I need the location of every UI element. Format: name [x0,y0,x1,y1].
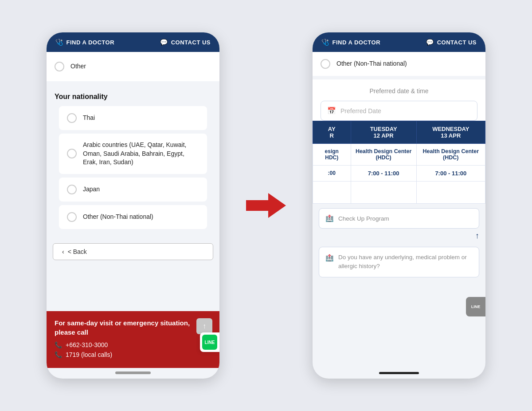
radio-other-top[interactable] [55,62,64,71]
option-arabic[interactable]: Arabic countries (UAE, Qatar, Kuwait, Om… [59,134,207,174]
schedule-table-wrapper: AY R TUESDAY 12 APR WEDNESDAY 13 APR [313,121,485,204]
radio-right-top[interactable] [321,59,330,69]
partial-time-col1: :00 [313,166,351,182]
other-option-top[interactable]: Other [55,58,211,75]
schedule-header: AY R TUESDAY 12 APR WEDNESDAY 13 APR [313,121,485,144]
checkup-label: Check Up Program [338,215,389,222]
wednesday-header[interactable]: WEDNESDAY 13 APR [416,121,485,144]
schedule-body: esignHDC) Health Design Center (HDC) Hea… [313,144,485,204]
find-doctor-nav[interactable]: 🩺 FIND A DOCTOR [55,39,114,46]
back-button[interactable]: ‹ < Back [53,243,213,260]
tuesday-time[interactable]: 7:00 - 11:00 [351,166,416,182]
location-row: esignHDC) Health Design Center (HDC) Hea… [313,144,485,166]
right-contact-us-nav[interactable]: 💬 CONTACT US [426,39,477,46]
wednesday-time[interactable]: 7:00 - 11:00 [416,166,485,182]
nationality-title: Your nationality [53,93,213,101]
underlying-label: Do you have any underlying, medical prob… [338,253,473,271]
schedule-table: AY R TUESDAY 12 APR WEDNESDAY 13 APR [313,121,485,204]
direction-arrow [246,193,286,218]
preferred-date-section: Preferred date & time 📅 Preferred Date [313,79,485,121]
right-line-badge[interactable]: LINE [466,297,485,316]
right-bottom-bar [379,372,419,374]
up-arrow-row: ↑ [313,231,485,241]
medical-icon: 🏥 [325,254,334,262]
phone-icon: 📞 [55,341,62,348]
left-header: 🩺 FIND A DOCTOR 💬 CONTACT US [47,32,219,52]
radio-japan[interactable] [67,185,77,194]
preferred-date-placeholder: Preferred Date [340,107,381,115]
phone1-row[interactable]: 📞 +662-310-3000 [55,341,211,348]
preferred-date-input[interactable]: 📅 Preferred Date [321,101,477,121]
wednesday-location[interactable]: Health Design Center (HDC) [416,144,485,166]
phone2-row[interactable]: 📞 1719 (local calls) [55,351,211,358]
line-badge[interactable]: LINE [200,332,219,352]
checkup-icon: 🏥 [325,214,334,222]
top-partial-option: Other [47,52,219,81]
up-arrow-button[interactable]: ↑ [475,231,479,241]
right-line-logo: LINE [471,304,481,309]
option-thai[interactable]: Thai [59,106,207,130]
option-japan[interactable]: Japan [59,178,207,202]
stethoscope-icon: 🩺 [55,39,63,46]
radio-other-non-thai[interactable] [67,212,77,222]
phone-icon-2: 📞 [55,351,62,358]
partial-location-col1: esignHDC) [313,144,351,166]
preferred-label: Preferred date & time [321,87,477,95]
right-header: 🩺 FIND A DOCTOR 💬 CONTACT US [313,32,485,52]
stethoscope-icon-right: 🩺 [321,39,329,46]
chat-icon: 💬 [160,39,168,46]
calendar-icon: 📅 [327,107,336,115]
radio-thai[interactable] [67,113,77,123]
emergency-title: For same-day visit or emergency situatio… [55,318,211,337]
right-top-option[interactable]: Other (Non-Thai national) [313,52,485,76]
tuesday-header[interactable]: TUESDAY 12 APR [351,121,416,144]
line-logo: LINE [202,335,217,350]
contact-us-nav[interactable]: 💬 CONTACT US [160,39,211,46]
tuesday-location[interactable]: Health Design Center (HDC) [351,144,416,166]
left-phone: 🩺 FIND A DOCTOR 💬 CONTACT US Other Your … [47,32,219,379]
nationality-section: Your nationality Thai Arabic countries (… [47,85,219,236]
emergency-banner: For same-day visit or emergency situatio… [47,311,219,368]
right-phone: 🩺 FIND A DOCTOR 💬 CONTACT US Other (Non-… [313,32,485,379]
right-find-doctor-nav[interactable]: 🩺 FIND A DOCTOR [321,39,380,46]
chevron-left-icon: ‹ [62,248,64,255]
left-content: Other Your nationality Thai Arabic count… [47,52,219,379]
option-other-non-thai[interactable]: Other (Non-Thai national) [59,205,207,229]
checkup-field[interactable]: 🏥 Check Up Program [319,208,479,229]
empty-row [313,182,485,204]
radio-arabic[interactable] [67,149,77,158]
chat-icon-right: 💬 [426,39,434,46]
scroll-up-button[interactable]: ↑ [196,318,212,334]
right-content: Other (Non-Thai national) Preferred date… [313,52,485,379]
time-row: :00 7:00 - 11:00 7:00 - 11:00 [313,166,485,182]
bottom-home-bar [115,371,151,374]
underlying-field[interactable]: 🏥 Do you have any underlying, medical pr… [319,247,479,277]
day-col-partial: AY R [313,121,351,144]
